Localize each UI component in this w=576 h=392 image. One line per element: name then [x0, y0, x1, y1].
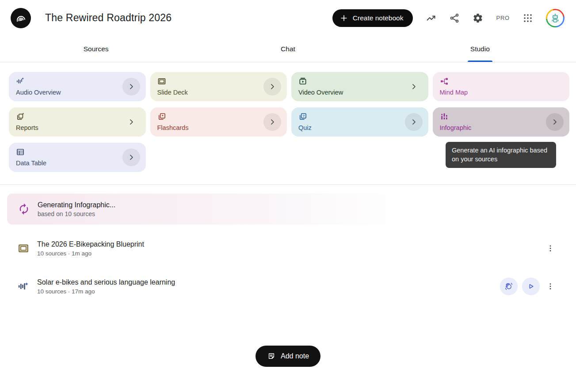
chevron-right-icon[interactable]: [263, 113, 281, 131]
card-infographic[interactable]: Infographic: [433, 107, 570, 137]
artifact-controls: [500, 278, 557, 295]
section-divider: [0, 184, 576, 185]
card-label: Video Overview: [298, 89, 421, 96]
header-actions: Create notebook PRO: [332, 9, 565, 27]
chevron-right-icon[interactable]: [122, 113, 140, 131]
create-notebook-label: Create notebook: [353, 14, 404, 22]
generating-infographic-row: Generating Infographic... based on 10 so…: [7, 194, 412, 225]
card-flashcards[interactable]: Flashcards: [150, 107, 287, 137]
note-add-icon: [267, 352, 276, 361]
slide-deck-item-icon: [18, 243, 29, 254]
apps-grid-icon: [523, 13, 533, 23]
analytics-button[interactable]: [426, 13, 436, 23]
share-icon: [449, 13, 460, 23]
svg-text:?: ?: [302, 114, 305, 118]
chevron-right-icon[interactable]: [405, 113, 423, 131]
artifact-title: The 2026 E-Bikepacking Blueprint: [37, 240, 144, 248]
notebooklm-app: The Rewired Roadtrip 2026 Create noteboo…: [0, 0, 576, 367]
trending-up-icon: [426, 13, 436, 23]
card-reports[interactable]: Reports: [9, 107, 146, 137]
slide-frame-icon: [157, 77, 166, 86]
google-apps-button[interactable]: [523, 13, 533, 23]
card-mind-map[interactable]: Mind Map: [433, 72, 570, 101]
create-notebook-button[interactable]: Create notebook: [332, 9, 413, 27]
add-note-label: Add note: [281, 352, 309, 360]
tab-chat-label: Chat: [281, 45, 295, 53]
card-label: Audio Overview: [16, 89, 139, 96]
settings-button[interactable]: [473, 13, 483, 23]
card-label: Data Table: [16, 160, 139, 167]
more-vertical-icon: [546, 282, 555, 291]
card-data-table[interactable]: Data Table: [9, 143, 146, 172]
card-label: Infographic: [440, 124, 563, 131]
audio-waveform-sparkle-icon: [16, 77, 25, 86]
logo-arcs-icon: [15, 12, 27, 24]
share-button[interactable]: [449, 13, 460, 23]
tab-sources[interactable]: Sources: [0, 36, 192, 62]
artifact-text: The 2026 E-Bikepacking Blueprint 10 sour…: [37, 240, 144, 257]
chevron-right-icon[interactable]: [405, 78, 423, 95]
panel-tabs: Sources Chat Studio: [0, 36, 576, 62]
video-player-icon: [298, 77, 307, 86]
card-audio-overview[interactable]: Audio Overview: [9, 72, 146, 101]
play-audio-button[interactable]: [522, 278, 540, 295]
play-icon: [526, 282, 535, 291]
report-pages-sparkle-icon: [16, 112, 25, 121]
card-label: Mind Map: [440, 89, 563, 96]
artifact-meta: 10 sources · 1m ago: [37, 250, 144, 257]
more-vertical-icon: [546, 244, 555, 253]
tab-chat[interactable]: Chat: [192, 36, 384, 62]
more-options-button[interactable]: [544, 240, 557, 257]
infographic-tooltip: Generate an AI infographic based on your…: [446, 142, 556, 168]
card-label: Flashcards: [157, 124, 280, 131]
generating-subtitle: based on 10 sources: [38, 210, 115, 217]
card-label: Reports: [16, 124, 139, 131]
app-header: The Rewired Roadtrip 2026 Create noteboo…: [0, 0, 576, 36]
avatar-robot: [547, 10, 563, 26]
flashcards-star-icon: [157, 112, 166, 121]
card-slide-deck[interactable]: Slide Deck: [150, 72, 287, 101]
card-label: Quiz: [298, 124, 421, 131]
card-video-overview[interactable]: Video Overview: [291, 72, 428, 101]
pro-badge: PRO: [496, 15, 510, 21]
chevron-right-icon[interactable]: [546, 113, 564, 131]
chevron-right-icon[interactable]: [122, 78, 140, 95]
sync-spinner-icon: [18, 203, 30, 215]
settings-gear-icon: [473, 13, 483, 23]
add-note-container: Add note: [0, 346, 576, 367]
artifact-title: Solar e-bikes and serious language learn…: [37, 278, 175, 286]
artifact-row-slide-deck[interactable]: The 2026 E-Bikepacking Blueprint 10 sour…: [0, 234, 576, 263]
artifact-controls: [544, 240, 557, 257]
audio-item-icon: [18, 281, 29, 292]
chevron-right-icon[interactable]: [263, 78, 281, 95]
data-table-grid-icon: [16, 148, 25, 156]
bar-chart-icon: [440, 112, 449, 121]
generating-text: Generating Infographic... based on 10 so…: [38, 201, 115, 217]
more-options-button[interactable]: [544, 278, 557, 295]
quiz-cards-question-icon: ?: [298, 112, 307, 121]
artifact-row-audio-overview[interactable]: Solar e-bikes and serious language learn…: [0, 272, 576, 301]
card-label: Slide Deck: [157, 89, 280, 96]
plus-icon: [339, 14, 348, 23]
notebook-title[interactable]: The Rewired Roadtrip 2026: [45, 12, 172, 24]
generating-title: Generating Infographic...: [38, 201, 115, 209]
tab-sources-label: Sources: [84, 45, 109, 53]
chevron-right-icon[interactable]: [122, 148, 140, 166]
mindmap-nodes-icon: [440, 77, 449, 86]
artifact-meta: 10 sources · 17m ago: [37, 288, 175, 295]
robot-icon: [550, 13, 561, 23]
active-tab-underline: [468, 61, 492, 62]
artifact-text: Solar e-bikes and serious language learn…: [37, 278, 175, 295]
account-avatar[interactable]: [546, 9, 565, 27]
tab-studio[interactable]: Studio: [384, 36, 576, 62]
add-note-button[interactable]: Add note: [256, 346, 320, 367]
notebooklm-logo[interactable]: [11, 8, 31, 28]
tab-studio-label: Studio: [470, 45, 490, 53]
card-quiz[interactable]: ? Quiz: [291, 107, 428, 137]
wave-hand-icon: [504, 282, 513, 291]
interactive-mode-button[interactable]: [500, 278, 518, 295]
